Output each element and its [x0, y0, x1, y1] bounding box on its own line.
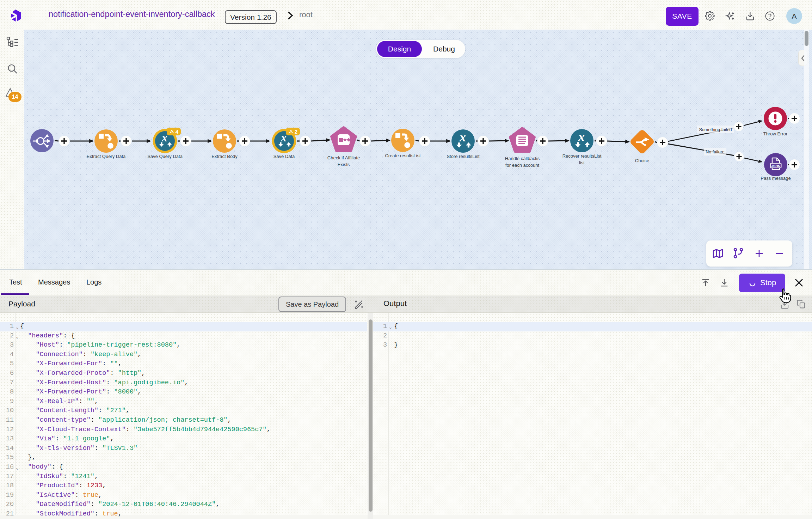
- svg-text:Save Query Data: Save Query Data: [147, 154, 183, 159]
- svg-text:2: 2: [295, 129, 297, 135]
- svg-text:No failure: No failure: [706, 149, 725, 154]
- svg-text:4: 4: [176, 129, 179, 135]
- svg-text:Extract Body: Extract Body: [211, 154, 238, 159]
- svg-text:Pass message: Pass message: [761, 176, 791, 181]
- svg-text:Recover resultsList: Recover resultsList: [562, 153, 602, 159]
- svg-text:list: list: [579, 160, 585, 165]
- svg-text:Throw Error: Throw Error: [763, 131, 788, 136]
- svg-text:JSON: JSON: [771, 164, 781, 168]
- svg-text:Save Data: Save Data: [273, 154, 295, 159]
- svg-text:Store resultsList: Store resultsList: [447, 154, 480, 159]
- svg-text:Choice: Choice: [635, 158, 649, 163]
- svg-text:Something failed: Something failed: [699, 127, 732, 132]
- svg-text:Extract Query Data: Extract Query Data: [87, 154, 126, 159]
- svg-text:for each account: for each account: [505, 163, 540, 168]
- svg-text:Exists: Exists: [338, 162, 350, 167]
- svg-text:Check if Affiliate: Check if Affiliate: [327, 155, 360, 160]
- svg-text:Handle callbacks: Handle callbacks: [505, 156, 540, 161]
- svg-text:Create resultsList: Create resultsList: [385, 153, 421, 158]
